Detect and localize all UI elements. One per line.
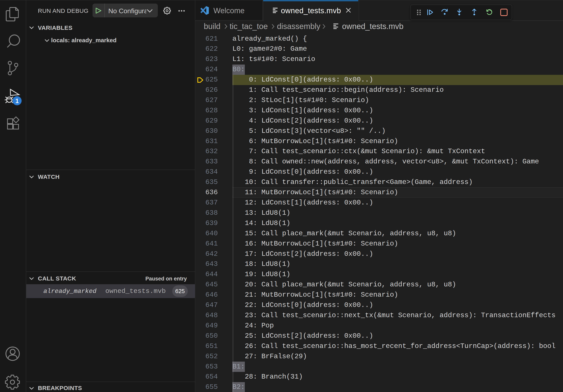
- svg-text:1: 1: [15, 97, 19, 105]
